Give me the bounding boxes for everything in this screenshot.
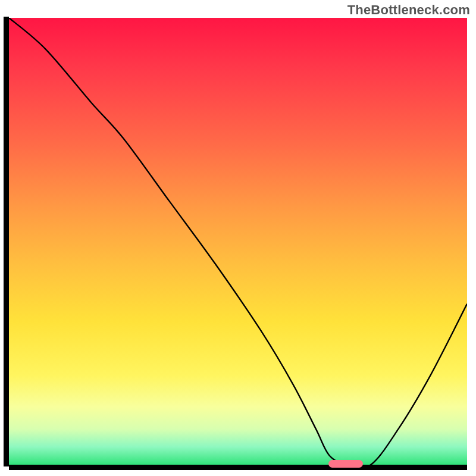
chart-container: TheBottleneck.com [0, 0, 476, 476]
y-axis [4, 17, 9, 466]
x-axis [9, 465, 467, 470]
optimal-range-marker [328, 460, 363, 468]
bottleneck-curve [9, 18, 467, 465]
watermark-text: TheBottleneck.com [347, 2, 470, 18]
